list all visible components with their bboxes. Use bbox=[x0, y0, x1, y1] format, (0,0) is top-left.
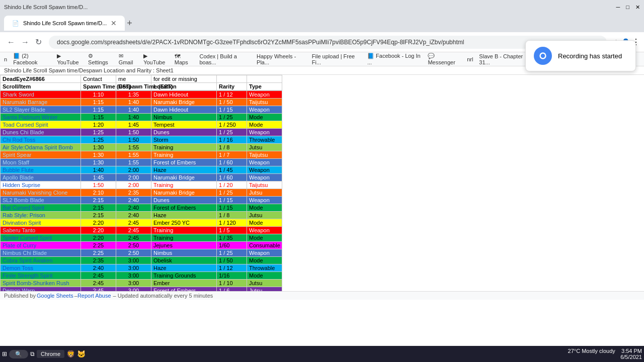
info-row: DeadEyeZ#6866 Contact me for edit or mis… bbox=[1, 75, 282, 83]
item-link[interactable]: Bubble Flute bbox=[3, 167, 34, 173]
type: Jutsu bbox=[247, 287, 282, 292]
bookmark-maps[interactable]: 🗺 Maps bbox=[175, 53, 194, 65]
item-link[interactable]: Saberu Tanto bbox=[3, 227, 35, 233]
item-link[interactable]: Apollo Blade bbox=[3, 174, 34, 180]
item-link[interactable]: Spirit Bomb-Shuriken Rush bbox=[3, 280, 69, 286]
google-sheets-link[interactable]: Google Sheets bbox=[37, 293, 73, 299]
forward-btn[interactable]: → bbox=[18, 36, 32, 49]
bookmark-youtube2[interactable]: ▶ YouTube bbox=[143, 53, 169, 65]
item-link[interactable]: Plate of Curry bbox=[3, 242, 36, 248]
tab-label: Shindo Life Scroll Spawn time/D... bbox=[23, 20, 107, 26]
spawn-time: 1:15 bbox=[81, 106, 116, 114]
item-link[interactable]: Spider Cursed Spirit bbox=[3, 235, 52, 241]
bookmark-file-upload[interactable]: File upload | Free Fi... bbox=[312, 53, 361, 65]
bookmark-settings[interactable]: ⚙ Settings bbox=[88, 53, 113, 65]
item-link[interactable]: Spirit Spear bbox=[3, 152, 31, 158]
rarity: 1 / 16 bbox=[217, 136, 247, 144]
search-btn[interactable]: 🔍 bbox=[9, 350, 28, 358]
item-link[interactable]: Dunes Chi Blade bbox=[3, 129, 44, 135]
item-link[interactable]: Divination Spirit bbox=[3, 220, 41, 226]
item-link[interactable]: Chi Rod Toss bbox=[3, 137, 35, 143]
spawn-time: 2:20 bbox=[81, 227, 116, 234]
spreadsheet-area: DeadEyeZ#6866 Contact me for edit or mis… bbox=[0, 75, 644, 291]
item-name: Nimbus Chi Blade bbox=[1, 249, 81, 257]
bookmark-slave-b[interactable]: Slave B - Chapter 31... bbox=[479, 53, 530, 65]
chrome-taskbar[interactable]: Chrome bbox=[37, 350, 64, 358]
item-name: Divination Spirit bbox=[1, 219, 81, 227]
bookmark-facebook[interactable]: 📘 (2) Facebook bbox=[13, 53, 51, 65]
item-name: Chi Rod Toss bbox=[1, 136, 81, 144]
active-tab[interactable]: 📄 Shindo Life Scroll Spawn time/D... ✕ bbox=[4, 16, 125, 31]
bookmark-facebook2[interactable]: 📘 Facebook - Log In ... bbox=[367, 53, 422, 65]
spawn-time: 1:15 bbox=[81, 99, 116, 106]
type: Weapon bbox=[247, 106, 282, 114]
item-name: Air Style:Odama Spirit Bomb bbox=[1, 144, 81, 151]
table-row: Air Style:Odama Spirit Bomb 1:301:55Trai… bbox=[1, 144, 282, 151]
item-link[interactable]: Bat Cursed Spirit bbox=[3, 205, 44, 211]
spawn-time: 1:25 bbox=[81, 136, 116, 144]
despawn-time: 1:45 bbox=[116, 121, 151, 129]
taskbar-icon3[interactable]: 🐱 bbox=[77, 350, 86, 358]
item-link[interactable]: Narumaki Barrage bbox=[3, 99, 47, 105]
location: Narumaki Bridge bbox=[151, 189, 217, 197]
new-tab-btn[interactable]: + bbox=[127, 18, 132, 29]
item-link[interactable]: SL2 Bomb Blade bbox=[3, 197, 44, 203]
maximize-btn[interactable]: □ bbox=[626, 4, 629, 11]
address-bar[interactable]: docs.google.com/spreadsheets/d/e/2PACX-1… bbox=[49, 36, 607, 49]
item-name: Shark Sword bbox=[1, 91, 81, 99]
item-name: Finite Strength Spirit bbox=[1, 272, 81, 280]
task-view-btn[interactable]: ⧉ bbox=[30, 350, 35, 357]
item-link[interactable]: Cobra Spirit Awaken bbox=[3, 257, 52, 263]
minimize-btn[interactable]: ─ bbox=[616, 4, 620, 11]
bookmark-nrl[interactable]: nrl bbox=[467, 56, 473, 62]
item-link[interactable]: Hidden Suprise bbox=[3, 182, 40, 188]
item-link[interactable]: Demon Toss bbox=[3, 265, 33, 271]
rarity: 1 / 6 bbox=[217, 287, 247, 292]
close-btn[interactable]: ✕ bbox=[635, 4, 640, 11]
item-link[interactable]: Finite Strength Spirit bbox=[3, 273, 53, 279]
item-name: Rab Style: Prison bbox=[1, 212, 81, 219]
taskbar-icon2[interactable]: 🦁 bbox=[66, 350, 75, 358]
report-abuse-link[interactable]: Report Abuse bbox=[77, 293, 111, 299]
type: Mode bbox=[247, 219, 282, 227]
table-row: Plate of Curry 2:252:50Jejunes1/60Consum… bbox=[1, 242, 282, 249]
bookmark-item[interactable]: n bbox=[4, 56, 7, 62]
spawn-time: 2:40 bbox=[81, 264, 116, 272]
item-link[interactable]: SL2 Slayer Blade bbox=[3, 107, 45, 113]
spawn-time: 2:20 bbox=[81, 234, 116, 242]
bookmark-happy-wheels[interactable]: Happy Wheels - Pla... bbox=[257, 53, 306, 65]
location: Nimbus bbox=[151, 249, 217, 257]
type: Mode bbox=[247, 272, 282, 280]
bookmark-gmail[interactable]: ✉ Gmail bbox=[119, 53, 137, 65]
tab-close-btn[interactable]: ✕ bbox=[111, 19, 117, 27]
start-btn[interactable]: ⊞ bbox=[2, 350, 7, 357]
item-link[interactable]: Demon Warp bbox=[3, 288, 35, 291]
item-link[interactable]: Rab Style: Prison bbox=[3, 212, 45, 218]
table-row: Spirit Spear 1:301:55Training1 / 7Taijut… bbox=[1, 151, 282, 159]
col-rarity: Rarity bbox=[217, 83, 247, 90]
type: Throwable bbox=[247, 264, 282, 272]
despawn-time: 1:40 bbox=[116, 114, 151, 121]
item-name: Apollo Blade bbox=[1, 174, 81, 182]
item-link[interactable]: Santa Platinum Winter bbox=[3, 114, 57, 120]
item-link[interactable]: Toad Cursed Spirit bbox=[3, 122, 48, 128]
refresh-btn[interactable]: ↻ bbox=[32, 35, 45, 49]
item-link[interactable]: Narumaki Vanishing Clone bbox=[3, 190, 67, 196]
rarity: 1 / 12 bbox=[217, 91, 247, 99]
back-btn[interactable]: ← bbox=[4, 36, 18, 49]
contact-label: Contact bbox=[81, 75, 116, 83]
item-link[interactable]: Nimbus Chi Blade bbox=[3, 250, 47, 256]
despawn-time: 2:40 bbox=[116, 212, 151, 219]
item-link[interactable]: Moon Staff bbox=[3, 159, 29, 165]
location: Haze bbox=[151, 264, 217, 272]
bookmark-youtube[interactable]: ▶ YouTube bbox=[57, 53, 82, 65]
location: Training bbox=[151, 144, 217, 151]
spreadsheet-table: DeadEyeZ#6866 Contact me for edit or mis… bbox=[0, 75, 282, 90]
bookmark-codex[interactable]: Codex | Build a boas... bbox=[200, 53, 251, 65]
item-link[interactable]: Shark Sword bbox=[3, 92, 34, 98]
bookmark-messenger[interactable]: 💬 Messenger bbox=[428, 53, 461, 65]
table-row: Shark Sword 1:101:35Dawn Hideout1 / 12We… bbox=[1, 91, 282, 99]
location: Nimbus bbox=[151, 114, 217, 121]
item-name: Plate of Curry bbox=[1, 242, 81, 249]
item-link[interactable]: Air Style:Odama Spirit Bomb bbox=[3, 144, 73, 150]
